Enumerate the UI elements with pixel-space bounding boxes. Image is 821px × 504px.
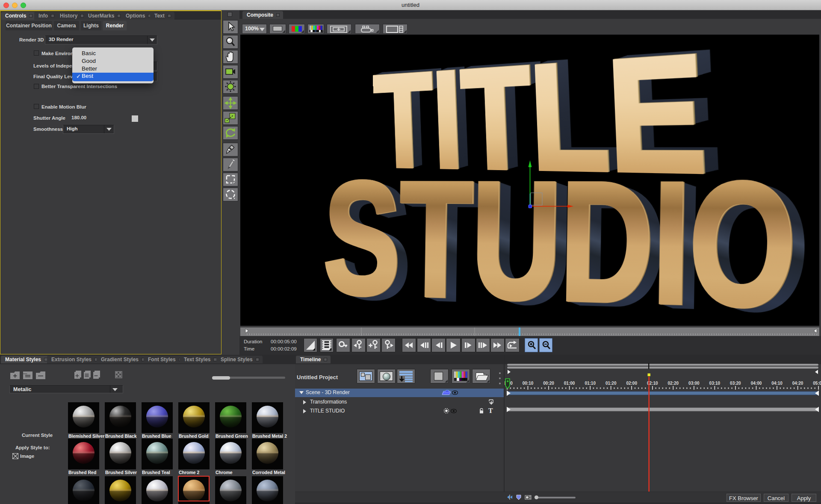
svg-text:01:10: 01:10 — [585, 381, 596, 386]
svg-text:04:00: 04:00 — [751, 381, 762, 386]
svg-text:03:10: 03:10 — [709, 381, 721, 386]
svg-text:03:00: 03:00 — [688, 381, 700, 386]
svg-text:02:00: 02:00 — [626, 381, 637, 386]
svg-text:01:00: 01:00 — [564, 381, 575, 386]
svg-text:00:20: 00:20 — [543, 381, 554, 386]
svg-text:04:10: 04:10 — [771, 381, 783, 386]
svg-text:05:00: 05:00 — [813, 381, 821, 386]
svg-text:03:20: 03:20 — [730, 381, 741, 386]
svg-text:04:20: 04:20 — [792, 381, 803, 386]
svg-text:02:20: 02:20 — [668, 381, 679, 386]
svg-text:01:20: 01:20 — [605, 381, 617, 386]
svg-text:00:10: 00:10 — [523, 381, 534, 386]
